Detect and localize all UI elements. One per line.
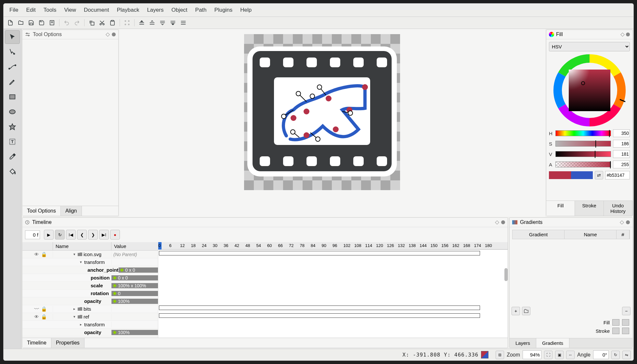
dropper-tool[interactable] xyxy=(5,150,20,163)
new-file-button[interactable] xyxy=(6,18,15,28)
menu-edit[interactable]: Edit xyxy=(22,5,39,15)
lower-bottom-button[interactable] xyxy=(168,18,178,28)
tab-tool-options[interactable]: Tool Options xyxy=(22,206,61,216)
track-bar[interactable] xyxy=(159,306,480,310)
record-button[interactable]: ● xyxy=(110,230,120,240)
edit-nodes-tool[interactable] xyxy=(5,45,20,59)
select-tool[interactable] xyxy=(5,30,20,44)
detach-icon[interactable] xyxy=(620,220,624,225)
s-slider[interactable] xyxy=(555,141,611,147)
remove-gradient-button[interactable]: − xyxy=(622,307,630,315)
current-frame[interactable] xyxy=(25,230,40,239)
skip-start-button[interactable]: I◀ xyxy=(66,230,76,240)
bezier-path-overlay[interactable] xyxy=(274,77,370,145)
angle-value[interactable] xyxy=(593,350,609,359)
paste-button[interactable] xyxy=(108,18,117,28)
zoom-reset-button[interactable]: ↔ xyxy=(566,351,575,359)
timeline-ruler[interactable]: 0612182430364248546066727884909610210811… xyxy=(158,242,508,250)
detach-icon[interactable] xyxy=(106,32,110,37)
tab-align[interactable]: Align xyxy=(61,206,82,216)
prev-frame-button[interactable]: ❮ xyxy=(77,230,87,240)
fill-bucket-tool[interactable] xyxy=(5,165,20,178)
menu-help[interactable]: Help xyxy=(236,5,255,15)
save-as-button[interactable] xyxy=(37,18,46,28)
grad-fill-radial[interactable] xyxy=(622,319,629,326)
gradient-library-button[interactable] xyxy=(522,307,530,315)
tree-row[interactable]: position0 x 0 xyxy=(22,274,158,282)
copy-button[interactable] xyxy=(87,18,97,28)
star-tool[interactable] xyxy=(5,120,20,134)
ellipse-tool[interactable] xyxy=(5,105,20,119)
color-wheel[interactable] xyxy=(553,54,626,127)
menu-document[interactable]: Document xyxy=(80,5,113,15)
pencil-tool[interactable] xyxy=(5,75,20,89)
zoom-fit-button[interactable]: ⛶ xyxy=(544,351,552,359)
tree-row[interactable]: 👁🔒▾ref xyxy=(22,313,158,321)
detach-icon[interactable] xyxy=(495,220,499,225)
zoom-value[interactable] xyxy=(523,350,541,359)
tab-gradients[interactable]: Gradients xyxy=(536,338,569,348)
v-slider[interactable] xyxy=(555,151,611,157)
lower-button[interactable] xyxy=(158,18,167,28)
tree-row[interactable]: scale100% x 100% xyxy=(22,282,158,290)
export-button[interactable] xyxy=(47,18,57,28)
loop-button[interactable]: ↻ xyxy=(55,230,65,240)
vertical-scrollbar[interactable] xyxy=(504,268,508,281)
menu-object[interactable]: Object xyxy=(167,5,191,15)
canvas[interactable] xyxy=(119,29,545,217)
text-tool[interactable] xyxy=(5,135,20,149)
close-icon[interactable] xyxy=(626,220,630,224)
menu-view[interactable]: View xyxy=(60,5,80,15)
tab-properties[interactable]: Properties xyxy=(51,338,84,348)
save-button[interactable] xyxy=(26,18,36,28)
h-slider[interactable] xyxy=(555,130,611,136)
menu-playback[interactable]: Playback xyxy=(113,5,143,15)
rotate-reset-button[interactable]: ↻ xyxy=(611,351,620,359)
grad-fill-linear[interactable] xyxy=(612,319,619,326)
raise-top-button[interactable] xyxy=(137,18,147,28)
swap-colors-button[interactable]: ⇄ xyxy=(595,171,603,179)
tree-row[interactable]: 👁🔒▾icon.svg(No Parent) xyxy=(22,251,158,258)
color-mode-select[interactable]: HSV xyxy=(549,42,630,51)
track-bar[interactable] xyxy=(159,251,480,255)
a-value[interactable] xyxy=(613,161,630,168)
snap-button[interactable] xyxy=(122,18,132,28)
layer-menu-button[interactable] xyxy=(178,18,188,28)
flip-button[interactable]: ⇋ xyxy=(622,351,631,359)
tree-row[interactable]: 〰🔒▸bits xyxy=(22,305,158,313)
tab-timeline[interactable]: Timeline xyxy=(22,338,51,348)
menu-file[interactable]: File xyxy=(6,5,22,15)
detach-icon[interactable] xyxy=(620,32,625,37)
hex-input[interactable] xyxy=(605,171,630,179)
cut-button[interactable] xyxy=(97,18,107,28)
grad-stroke-linear[interactable] xyxy=(612,328,619,334)
s-value[interactable] xyxy=(613,140,630,148)
tree-row[interactable]: opacity100% xyxy=(22,297,158,305)
tab-layers[interactable]: Layers xyxy=(510,338,536,348)
open-file-button[interactable] xyxy=(16,18,26,28)
lock-aspect-button[interactable]: ⊞ xyxy=(496,351,504,359)
tree-row[interactable]: opacity100% xyxy=(22,329,158,336)
a-slider[interactable] xyxy=(555,162,611,167)
menu-layers[interactable]: Layers xyxy=(143,5,167,15)
rectangle-tool[interactable] xyxy=(5,90,20,104)
skip-end-button[interactable]: ▶I xyxy=(99,230,109,240)
tree-row[interactable]: rotation0 xyxy=(22,290,158,297)
h-value[interactable] xyxy=(613,129,630,137)
close-icon[interactable] xyxy=(501,220,505,224)
tab-fill[interactable]: Fill xyxy=(546,201,575,216)
status-fill-swatch[interactable] xyxy=(481,351,488,358)
add-gradient-button[interactable]: + xyxy=(512,307,520,315)
zoom-1to1-button[interactable]: ▣ xyxy=(555,351,564,359)
close-icon[interactable] xyxy=(112,32,116,36)
play-button[interactable]: ▶ xyxy=(44,230,54,240)
close-icon[interactable] xyxy=(626,32,630,36)
redo-button[interactable] xyxy=(72,18,82,28)
undo-button[interactable] xyxy=(62,18,72,28)
menu-path[interactable]: Path xyxy=(191,5,211,15)
tree-row[interactable]: ▸transform xyxy=(22,321,158,329)
v-value[interactable] xyxy=(613,150,630,158)
tree-row[interactable]: ▾transform xyxy=(22,258,158,266)
menu-plugins[interactable]: Plugins xyxy=(211,5,237,15)
menu-tools[interactable]: Tools xyxy=(40,5,60,15)
